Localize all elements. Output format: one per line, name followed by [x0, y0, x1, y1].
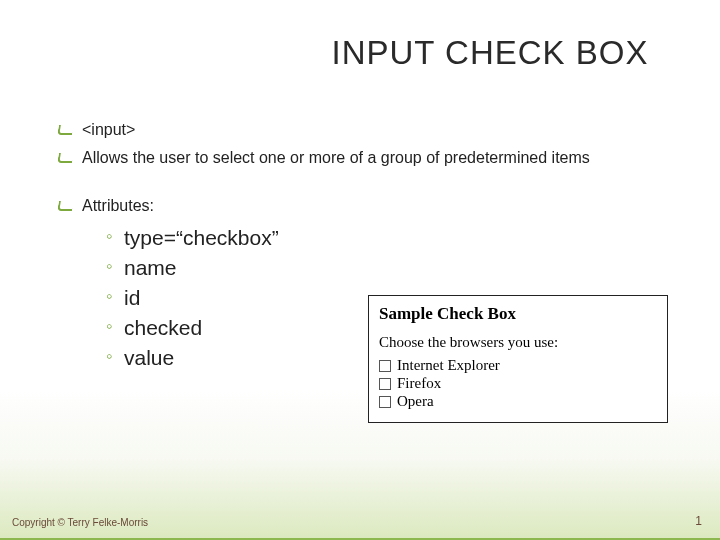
sample-checkbox-figure: Sample Check Box Choose the browsers you…	[368, 295, 668, 423]
slide-title: INPUT CHECK BOX	[0, 34, 720, 72]
sample-heading: Sample Check Box	[379, 304, 657, 324]
sample-option-ie: Internet Explorer	[379, 357, 657, 374]
sub-type: type=“checkbox”	[106, 226, 680, 250]
sample-option-label: Firefox	[397, 375, 441, 392]
sample-option-label: Internet Explorer	[397, 357, 500, 374]
page-number: 1	[695, 514, 702, 528]
bullet-description: Allows the user to select one or more of…	[58, 148, 680, 168]
copyright-text: Copyright © Terry Felke-Morris	[12, 517, 148, 528]
sample-prompt: Choose the browsers you use:	[379, 334, 657, 351]
sample-option-opera: Opera	[379, 393, 657, 410]
checkbox-icon	[379, 378, 391, 390]
bullet-attributes: Attributes:	[58, 196, 680, 216]
sub-name: name	[106, 256, 680, 280]
sample-option-label: Opera	[397, 393, 434, 410]
checkbox-icon	[379, 360, 391, 372]
sample-option-firefox: Firefox	[379, 375, 657, 392]
bullet-input-tag: <input>	[58, 120, 680, 140]
slide: INPUT CHECK BOX <input> Allows the user …	[0, 0, 720, 540]
checkbox-icon	[379, 396, 391, 408]
